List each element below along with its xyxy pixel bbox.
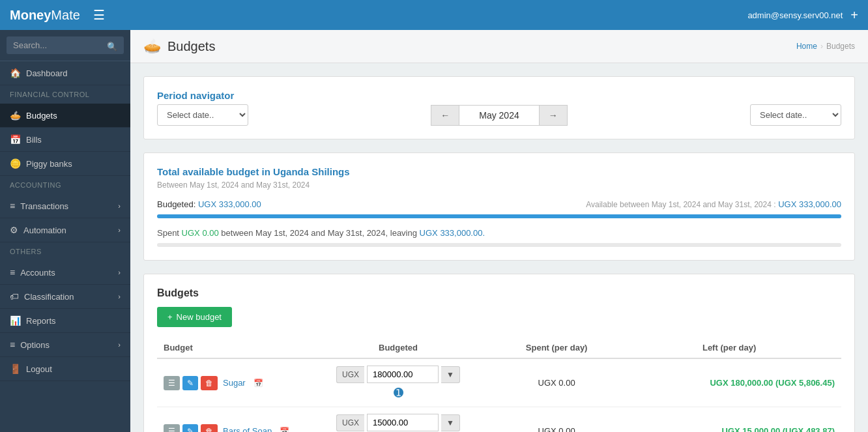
header-left: Left (per day) — [617, 338, 841, 358]
period-navigator-card: Period navigator Select date.. ← May 202… — [143, 76, 855, 139]
left-cell: UGX 180,000.00 (UGX 5,806.45) — [617, 358, 841, 407]
delete-button[interactable]: 🗑 — [201, 376, 218, 390]
total-budget-card: Total available budget in Uganda Shiling… — [143, 152, 855, 261]
spent-bar-wrap — [157, 243, 841, 247]
new-budget-button[interactable]: + New budget — [157, 307, 232, 327]
bills-icon: 📅 — [10, 134, 21, 145]
sidebar-item-label: Logout — [26, 364, 52, 374]
end-date-select[interactable]: Select date.. — [750, 104, 841, 126]
edit-button[interactable]: ✎ — [182, 376, 198, 390]
action-btns: ☰ ✎ 🗑 — [164, 376, 218, 390]
spent-amount: UGX 0.00 — [182, 228, 219, 238]
spent-cell: UGX 0.00 — [496, 358, 617, 407]
sidebar-item-bills[interactable]: 📅 Bills — [0, 128, 130, 152]
left-cell: UGX 15,000.00 (UGX 483.87) — [617, 407, 841, 433]
sidebar-item-label: Piggy banks — [26, 159, 72, 169]
total-budget-subtitle: Between May 1st, 2024 and May 31st, 2024 — [157, 180, 841, 190]
table-row: ☰ ✎ 🗑 Sugar 📅 UGX ▼ ➊ UGX 0.00 UGX 180,0… — [157, 358, 841, 407]
sidebar-item-reports[interactable]: 📊 Reports — [0, 309, 130, 333]
sidebar-item-automation[interactable]: ⚙ Automation › — [0, 218, 130, 242]
sidebar-item-piggybanks[interactable]: 🪙 Piggy banks — [0, 152, 130, 176]
page-title: Budgets — [167, 39, 215, 54]
header-budget: Budget — [157, 338, 300, 358]
logout-icon: 🚪 — [10, 364, 21, 374]
section-label-others: OTHERS — [0, 242, 130, 261]
automation-icon: ⚙ — [10, 225, 18, 235]
app-brand: MoneyMate — [10, 8, 80, 23]
calendar-icon: 📅 — [280, 427, 289, 433]
section-label-financial-control: FINANCIAL CONTROL — [0, 85, 130, 104]
chevron-right-icon: › — [118, 226, 121, 234]
sidebar-item-label: Accounts — [20, 268, 55, 278]
start-date-select[interactable]: Select date.. — [157, 104, 248, 126]
sidebar-item-dashboard[interactable]: 🏠 Dashboard — [0, 61, 130, 85]
budgeted-label: Budgeted: UGX 333,000.00 — [157, 199, 261, 209]
navbar: MoneyMate ☰ admin@sensy.serv00.net + — [0, 0, 868, 30]
budget-bar-wrap — [157, 214, 841, 218]
action-btns: ☰ ✎ 🗑 — [164, 424, 218, 433]
budget-cell: ☰ ✎ 🗑 Bars of Soap 📅 — [157, 407, 300, 433]
table-row: ☰ ✎ 🗑 Bars of Soap 📅 UGX ▼ ➊ UGX 0.00 UG… — [157, 407, 841, 433]
chevron-right-icon: › — [118, 341, 121, 349]
dropdown-button[interactable]: ▼ — [441, 414, 460, 431]
sidebar-item-accounts[interactable]: ≡ Accounts › — [0, 261, 130, 285]
prev-period-button[interactable]: ← — [431, 105, 459, 126]
sidebar-item-transactions[interactable]: ≡ Transactions › — [0, 194, 130, 218]
navbar-right: admin@sensy.serv00.net + — [747, 8, 858, 23]
list-button[interactable]: ☰ — [164, 376, 180, 390]
sidebar-item-label: Budgets — [26, 111, 57, 121]
budgeted-cell: UGX ▼ ➊ — [300, 407, 496, 433]
sidebar-item-options[interactable]: ≡ Options › — [0, 333, 130, 357]
dropdown-button[interactable]: ▼ — [441, 366, 460, 383]
add-icon[interactable]: + — [850, 8, 858, 23]
brand-bold: Money — [10, 8, 51, 22]
breadcrumb-home-link[interactable]: Home — [796, 42, 817, 51]
breadcrumb: Home › Budgets — [796, 42, 855, 51]
menu-toggle-icon[interactable]: ☰ — [93, 7, 105, 23]
budgeted-cell: UGX ▼ ➊ — [300, 358, 496, 407]
sidebar-search-container: 🔍 — [0, 30, 130, 61]
search-input[interactable] — [7, 36, 124, 54]
budgeted-amount: UGX 333,000.00 — [198, 199, 261, 209]
period-navigator-title: Period navigator — [157, 90, 841, 101]
sidebar-item-budgets[interactable]: 🥧 Budgets — [0, 104, 130, 128]
piggybanks-icon: 🪙 — [10, 158, 21, 169]
budget-summary-row: Budgeted: UGX 333,000.00 Available betwe… — [157, 199, 841, 209]
period-nav-center: ← May 2024 → — [431, 105, 567, 126]
add-budget-line-button[interactable]: ➊ — [307, 386, 489, 400]
sidebar-item-label: Dashboard — [26, 68, 68, 78]
budget-table: Budget Budgeted Spent (per day) Left (pe… — [157, 338, 841, 432]
budgets-section-card: Budgets + New budget Budget Budgeted Spe… — [143, 274, 855, 432]
budgets-page-icon: 🥧 — [143, 38, 161, 55]
edit-button[interactable]: ✎ — [182, 424, 198, 433]
sidebar-item-label: Transactions — [20, 201, 68, 211]
sidebar-item-logout[interactable]: 🚪 Logout — [0, 357, 130, 381]
next-period-button[interactable]: → — [539, 105, 568, 126]
budget-name-link[interactable]: Bars of Soap — [223, 426, 272, 432]
chevron-right-icon: › — [118, 293, 121, 300]
list-button[interactable]: ☰ — [164, 424, 180, 433]
sidebar-item-label: Bills — [26, 135, 42, 145]
breadcrumb-separator: › — [820, 42, 823, 51]
budgeted-input-row: UGX ▼ — [307, 414, 489, 431]
budget-name-link[interactable]: Sugar — [223, 378, 246, 388]
sidebar: 🔍 🏠 Dashboard FINANCIAL CONTROL 🥧 Budget… — [0, 30, 130, 432]
header-budgeted: Budgeted — [300, 338, 496, 358]
breadcrumb-current: Budgets — [826, 42, 855, 51]
transactions-icon: ≡ — [10, 201, 15, 211]
spent-cell: UGX 0.00 — [496, 407, 617, 433]
currency-label: UGX — [336, 414, 364, 431]
sidebar-item-classification[interactable]: 🏷 Classification › — [0, 285, 130, 309]
total-budget-title: Total available budget in Uganda Shiling… — [157, 166, 841, 177]
budgeted-input-row: UGX ▼ — [307, 366, 489, 383]
spent-per-day: UGX 0.00 — [538, 378, 575, 388]
header-spent: Spent (per day) — [496, 338, 617, 358]
delete-button[interactable]: 🗑 — [201, 424, 218, 433]
budget-bar — [157, 214, 841, 218]
budget-amount-input[interactable] — [367, 366, 439, 383]
leaving-amount: UGX 333,000.00. — [420, 228, 485, 238]
available-amount: UGX 333,000.00 — [778, 199, 841, 209]
budget-amount-input[interactable] — [367, 414, 439, 431]
plus-icon: + — [167, 312, 173, 322]
sidebar-item-label: Options — [20, 340, 50, 350]
